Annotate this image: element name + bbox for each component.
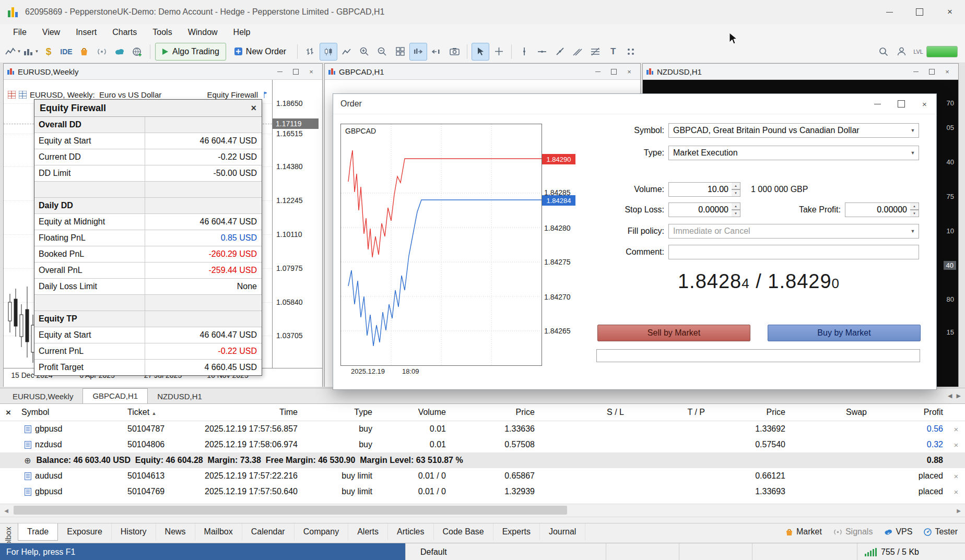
col-volume[interactable]: Volume [376,408,450,417]
new-chart-button[interactable]: ▼ [5,43,21,60]
close-toolbox-button[interactable]: × [3,408,14,418]
status-connection[interactable]: 755 / 5 Kb [857,543,965,560]
current-price-label[interactable]: 1.17119 [273,118,319,129]
chart-shift-button[interactable] [428,43,445,60]
spin-up-icon[interactable]: ▲ [732,182,740,189]
sell-by-market-button[interactable]: Sell by Market [597,325,750,341]
order-type-select[interactable]: Market Execution▼ [668,146,919,160]
close-position-icon[interactable]: × [947,440,965,449]
minimize-button[interactable] [874,0,904,24]
fibonacci-button[interactable] [587,43,604,60]
delete-order-icon[interactable]: × [947,472,965,481]
search-button[interactable] [875,43,892,60]
status-profile[interactable]: Default [405,543,606,560]
tab-scroll-left-icon[interactable]: ◀ [948,392,952,399]
tab-nzdusd[interactable]: NZDUSD,H1 [148,389,211,403]
buy-by-market-button[interactable]: Buy by Market [768,325,921,341]
channel-button[interactable] [569,43,586,60]
menu-window[interactable]: Window [180,24,226,40]
tab-exposure[interactable]: Exposure [58,523,112,540]
close-button[interactable]: × [939,65,955,78]
line-chart-mode-button[interactable] [338,43,355,60]
auto-scroll-button[interactable] [409,43,427,61]
menu-help[interactable]: Help [226,24,258,40]
close-button[interactable]: × [935,0,965,24]
order-dialog-titlebar[interactable]: Order × [333,94,936,114]
new-order-button[interactable]: New Order [228,43,292,60]
stop-loss-input[interactable] [668,202,740,217]
spin-up-icon[interactable]: ▲ [732,202,740,210]
zoom-out-button[interactable] [374,43,391,60]
tab-experts[interactable]: Experts [493,523,540,540]
tab-articles[interactable]: Articles [388,523,433,540]
volume-stepper[interactable]: ▲▼ [732,182,740,197]
tab-company[interactable]: Company [295,523,348,540]
maximize-button[interactable] [288,65,303,78]
candlestick-mode-button[interactable] [320,43,337,61]
signals-link[interactable]: Signals [833,527,873,537]
metaeditor-button[interactable]: IDE [58,43,75,60]
menu-charts[interactable]: Charts [104,24,145,40]
order-row[interactable]: audusd 50104613 2025.12.19 17:57:22.216 … [0,468,965,484]
market-link[interactable]: Market [785,527,822,537]
col-sl[interactable]: S / L [539,408,628,417]
volume-input[interactable] [668,182,740,197]
minimize-button[interactable] [908,65,924,78]
col-price2[interactable]: Price [709,408,790,417]
maximize-button[interactable] [889,94,913,114]
tab-gbpcad[interactable]: GBPCAD,H1 [83,388,148,403]
spin-down-icon[interactable]: ▼ [732,210,740,217]
tab-trade[interactable]: Trade [18,523,58,541]
account-button[interactable] [893,43,910,60]
bar-chart-mode-button[interactable] [302,43,319,60]
algo-trading-button[interactable]: Algo Trading [155,43,226,61]
col-tp[interactable]: T / P [628,408,709,417]
nzdusd-window-titlebar[interactable]: NZDUSD,H1 × [643,64,958,80]
screenshot-button[interactable] [446,43,463,60]
tab-mailbox[interactable]: Mailbox [195,523,242,540]
close-button[interactable]: × [303,65,319,78]
scroll-right-icon[interactable]: ▶ [952,508,965,514]
col-swap[interactable]: Swap [790,408,871,417]
gbpcad-window-titlebar[interactable]: GBPCAD,H1 × [325,64,640,80]
maximize-button[interactable] [904,0,935,24]
eurusd-window-titlebar[interactable]: EURUSD,Weekly × [4,64,322,80]
menu-insert[interactable]: Insert [68,24,104,40]
close-button[interactable]: × [913,94,936,114]
connection-level-indicator[interactable]: LVL [913,46,958,57]
symbol-select[interactable]: GBPCAD, Great Britain Pound vs Canadian … [668,123,919,138]
crosshair-button[interactable] [490,43,507,60]
tester-link[interactable]: Tester [924,527,958,537]
minimize-button[interactable] [866,94,889,114]
maximize-button[interactable] [606,65,621,78]
deposit-button[interactable]: $ [40,43,57,60]
tab-alerts[interactable]: Alerts [348,523,388,540]
vps-link[interactable]: VPS [884,527,912,537]
close-icon[interactable]: × [251,103,256,114]
delete-order-icon[interactable]: × [947,487,965,496]
vertical-line-button[interactable] [516,43,533,60]
objects-button[interactable] [622,43,639,60]
tab-news[interactable]: News [156,523,195,540]
spin-down-icon[interactable]: ▼ [910,210,919,217]
stop-loss-stepper[interactable]: ▲▼ [732,202,740,217]
close-position-icon[interactable]: × [947,425,965,434]
maximize-button[interactable] [924,65,939,78]
close-button[interactable]: × [621,65,637,78]
trendline-button[interactable] [551,43,568,60]
col-ticket[interactable]: Ticket ▲ [126,408,198,417]
tab-calendar[interactable]: Calendar [242,523,295,540]
minimize-button[interactable] [272,65,288,78]
scroll-left-icon[interactable]: ◀ [0,508,13,514]
horizontal-scrollbar[interactable]: ◀ ▶ [0,504,965,517]
tab-codebase[interactable]: Code Base [434,523,493,540]
tab-eurusd[interactable]: EURUSD,Weekly [3,389,83,403]
zoom-in-button[interactable] [356,43,373,60]
fill-policy-select[interactable]: Immediate or Cancel▼ [668,224,919,239]
market-store-button[interactable] [76,43,92,60]
menu-view[interactable]: View [34,24,68,40]
signals-toolbar-button[interactable] [93,43,110,60]
menu-tools[interactable]: Tools [145,24,180,40]
comment-input[interactable] [668,245,919,259]
col-time[interactable]: Time [198,408,302,417]
